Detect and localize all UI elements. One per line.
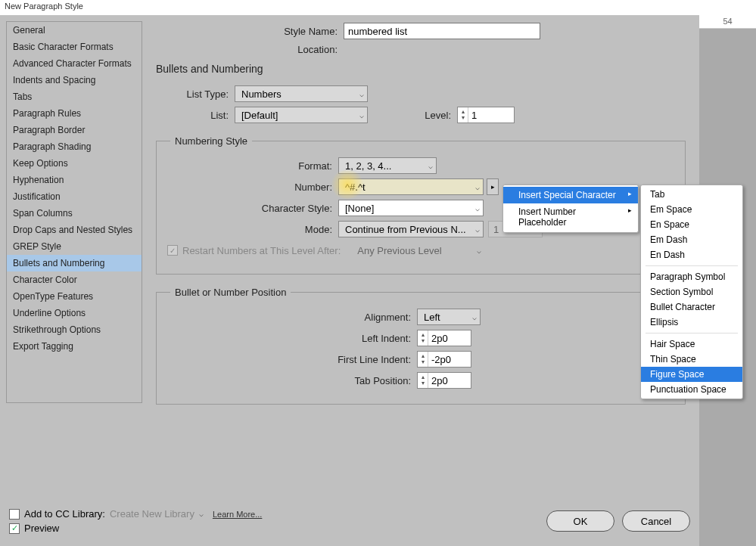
mode-dropdown[interactable]: Continue from Previous N... ⌵ bbox=[338, 221, 484, 237]
spinner-arrows-icon[interactable]: ▴▾ bbox=[418, 352, 428, 367]
first-line-indent-input[interactable] bbox=[428, 352, 459, 367]
sidebar-item[interactable]: Paragraph Rules bbox=[7, 105, 142, 122]
sidebar-item[interactable]: Tabs bbox=[7, 88, 142, 105]
cc-library-value: Create New Library bbox=[110, 508, 194, 520]
format-dropdown[interactable]: 1, 2, 3, 4... ⌵ bbox=[338, 157, 437, 174]
add-cc-checkbox[interactable] bbox=[9, 509, 20, 520]
spinner-arrows-icon[interactable]: ▴▾ bbox=[458, 107, 468, 123]
format-value: 1, 2, 3, 4... bbox=[345, 160, 391, 172]
cancel-button[interactable]: Cancel bbox=[622, 510, 690, 532]
chevron-down-icon: ⌵ bbox=[477, 247, 481, 255]
list-label: List: bbox=[156, 110, 235, 121]
sidebar-item[interactable]: Advanced Character Formats bbox=[7, 55, 142, 72]
menu-item[interactable]: Insert Special Character▸ bbox=[503, 187, 638, 203]
sidebar-item[interactable]: Basic Character Formats bbox=[7, 39, 142, 55]
sidebar-item[interactable]: Strikethrough Options bbox=[7, 321, 142, 338]
restart-dropdown: Any Previous Level ⌵ bbox=[351, 242, 484, 259]
sidebar-item[interactable]: General bbox=[7, 22, 142, 39]
tab-position-input[interactable] bbox=[428, 373, 459, 388]
mode-value: Continue from Previous N... bbox=[345, 224, 466, 235]
sidebar-item[interactable]: Underline Options bbox=[7, 305, 142, 321]
menu-item[interactable]: Insert Number Placeholder▸ bbox=[503, 203, 638, 231]
menu-item[interactable]: Ellipsis bbox=[641, 315, 742, 330]
char-style-value: [None] bbox=[345, 203, 374, 214]
level-spinner[interactable]: ▴▾ bbox=[457, 107, 515, 123]
numbering-style-legend: Numbering Style bbox=[170, 135, 252, 147]
chevron-down-icon: ⌵ bbox=[472, 313, 477, 321]
sidebar-item[interactable]: Hyphenation bbox=[7, 172, 142, 188]
cc-library-dropdown[interactable]: Create New Library ⌵ bbox=[110, 508, 204, 520]
style-name-input[interactable] bbox=[344, 23, 540, 39]
sidebar-item[interactable]: Indents and Spacing bbox=[7, 72, 142, 88]
preview-checkbox[interactable]: ✓ bbox=[9, 523, 20, 534]
level-input[interactable] bbox=[468, 107, 499, 123]
ok-button[interactable]: OK bbox=[546, 510, 614, 532]
chevron-down-icon: ⌵ bbox=[475, 204, 480, 213]
left-indent-input[interactable] bbox=[428, 330, 459, 346]
menu-item[interactable]: Section Symbol bbox=[641, 284, 742, 299]
menu-item[interactable]: Tab bbox=[641, 187, 742, 202]
insert-flyout-button[interactable]: ▸ bbox=[487, 178, 499, 195]
insert-menu[interactable]: Insert Special Character▸Insert Number P… bbox=[502, 185, 639, 233]
menu-item[interactable]: Paragraph Symbol bbox=[641, 269, 742, 284]
alignment-dropdown[interactable]: Left ⌵ bbox=[417, 309, 481, 325]
sidebar-item[interactable]: Bullets and Numbering bbox=[7, 255, 142, 271]
number-combobox[interactable]: ^#.^t ⌵ bbox=[338, 178, 484, 195]
menu-item[interactable]: Hair Space bbox=[641, 337, 742, 352]
sidebar-item[interactable]: GREP Style bbox=[7, 238, 142, 255]
tab-position-label: Tab Position: bbox=[157, 375, 417, 386]
left-indent-spinner[interactable]: ▴▾ bbox=[417, 330, 471, 346]
menu-item[interactable]: En Space bbox=[641, 217, 742, 232]
sidebar-item[interactable]: OpenType Features bbox=[7, 288, 142, 305]
sidebar-item[interactable]: Paragraph Shading bbox=[7, 138, 142, 155]
menu-item[interactable]: Bullet Character bbox=[641, 299, 742, 315]
sidebar-item[interactable]: Keep Options bbox=[7, 155, 142, 172]
spinner-arrows-icon[interactable]: ▴▾ bbox=[418, 373, 428, 388]
number-label: Number: bbox=[157, 181, 338, 193]
style-name-label: Style Name: bbox=[156, 26, 344, 37]
menu-item[interactable]: Figure Space bbox=[641, 367, 742, 382]
sidebar-item[interactable]: Character Color bbox=[7, 271, 142, 288]
menu-separator bbox=[646, 333, 738, 333]
location-label: Location: bbox=[156, 44, 344, 55]
submenu-arrow-icon: ▸ bbox=[628, 190, 632, 197]
category-sidebar: GeneralBasic Character FormatsAdvanced C… bbox=[6, 21, 142, 403]
left-indent-label: Left Indent: bbox=[157, 333, 417, 344]
menu-item[interactable]: Thin Space bbox=[641, 352, 742, 367]
spinner-arrows-icon[interactable]: ▴▾ bbox=[418, 330, 428, 346]
ruler-fragment: 54 bbox=[699, 15, 756, 29]
chevron-down-icon: ⌵ bbox=[359, 90, 364, 98]
chevron-down-icon: ⌵ bbox=[359, 111, 364, 119]
learn-more-link[interactable]: Learn More... bbox=[213, 510, 262, 519]
menu-item[interactable]: En Dash bbox=[641, 247, 742, 262]
sidebar-item[interactable]: Span Columns bbox=[7, 205, 142, 222]
preview-label: Preview bbox=[24, 523, 59, 534]
tab-position-spinner[interactable]: ▴▾ bbox=[417, 372, 471, 389]
list-value: [Default] bbox=[241, 110, 278, 121]
alignment-value: Left bbox=[424, 312, 440, 323]
menu-item[interactable]: Em Space bbox=[641, 202, 742, 217]
list-dropdown[interactable]: [Default] ⌵ bbox=[235, 107, 368, 123]
sidebar-item[interactable]: Paragraph Border bbox=[7, 122, 142, 138]
level-label: Level: bbox=[368, 110, 457, 121]
paragraph-style-dialog: GeneralBasic Character FormatsAdvanced C… bbox=[0, 15, 699, 546]
special-character-submenu[interactable]: TabEm SpaceEn SpaceEm DashEn DashParagra… bbox=[640, 185, 743, 399]
add-cc-label: Add to CC Library: bbox=[24, 508, 105, 520]
sidebar-item[interactable]: Export Tagging bbox=[7, 338, 142, 355]
format-label: Format: bbox=[157, 160, 338, 172]
menu-item[interactable]: Punctuation Space bbox=[641, 382, 742, 397]
char-style-dropdown[interactable]: [None] ⌵ bbox=[338, 200, 484, 216]
position-legend: Bullet or Number Position bbox=[170, 287, 291, 298]
list-type-value: Numbers bbox=[241, 88, 282, 100]
chevron-down-icon: ⌵ bbox=[199, 510, 204, 518]
section-title: Bullets and Numbering bbox=[156, 63, 686, 75]
mode-label: Mode: bbox=[157, 224, 338, 235]
restart-checkbox: ✓ bbox=[167, 245, 178, 256]
sidebar-item[interactable]: Justification bbox=[7, 188, 142, 205]
alignment-label: Alignment: bbox=[157, 312, 417, 323]
list-type-dropdown[interactable]: Numbers ⌵ bbox=[235, 85, 368, 102]
restart-label: Restart Numbers at This Level After: bbox=[182, 245, 341, 256]
first-line-indent-spinner[interactable]: ▴▾ bbox=[417, 351, 471, 368]
menu-item[interactable]: Em Dash bbox=[641, 232, 742, 247]
sidebar-item[interactable]: Drop Caps and Nested Styles bbox=[7, 222, 142, 238]
